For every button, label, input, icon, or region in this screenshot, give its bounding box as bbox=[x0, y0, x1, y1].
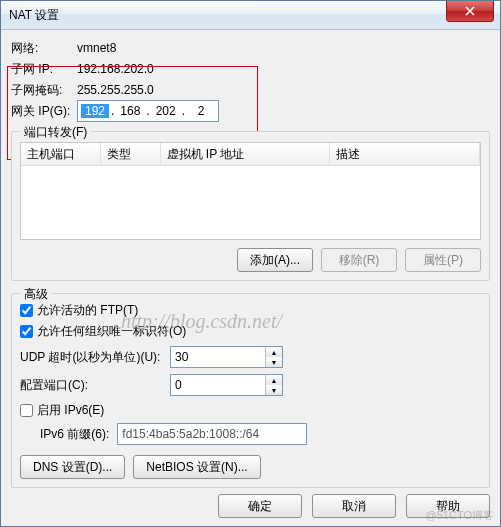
col-hostport[interactable]: 主机端口 bbox=[21, 143, 101, 165]
allow-ftp-row[interactable]: 允许活动的 FTP(T) bbox=[20, 302, 481, 319]
ipv6-enable-label: 启用 IPv6(E) bbox=[37, 402, 104, 419]
config-port-input[interactable] bbox=[171, 375, 265, 395]
gateway-label: 网关 IP(G): bbox=[11, 103, 77, 120]
port-forward-group: 端口转发(F) 主机端口 类型 虚拟机 IP 地址 描述 添加(A)... 移除… bbox=[11, 131, 490, 281]
ip-dot: . bbox=[109, 104, 116, 118]
advanced-button-row: DNS 设置(D)... NetBIOS 设置(N)... bbox=[20, 455, 481, 479]
subnet-mask-row: 子网掩码: 255.255.255.0 bbox=[11, 80, 490, 100]
spinner-arrows: ▲ ▼ bbox=[265, 347, 282, 367]
dialog-body: 网络: vmnet8 子网 IP: 192.168.202.0 子网掩码: 25… bbox=[1, 30, 500, 498]
subnet-mask-value: 255.255.255.0 bbox=[77, 83, 154, 97]
gateway-oct1[interactable] bbox=[81, 104, 109, 118]
dialog-footer: 确定 取消 帮助 bbox=[218, 494, 490, 518]
subnet-ip-label: 子网 IP: bbox=[11, 61, 77, 78]
titlebar[interactable]: NAT 设置 bbox=[1, 1, 500, 30]
spin-down-icon[interactable]: ▼ bbox=[266, 357, 282, 367]
network-row: 网络: vmnet8 bbox=[11, 38, 490, 58]
config-port-spinner[interactable]: ▲ ▼ bbox=[170, 374, 283, 396]
dns-settings-button[interactable]: DNS 设置(D)... bbox=[20, 455, 125, 479]
port-forward-table[interactable]: 主机端口 类型 虚拟机 IP 地址 描述 bbox=[20, 142, 481, 240]
spinner-arrows: ▲ ▼ bbox=[265, 375, 282, 395]
port-forward-buttons: 添加(A)... 移除(R) 属性(P) bbox=[20, 248, 481, 272]
gateway-oct2[interactable] bbox=[116, 104, 144, 118]
gateway-oct3[interactable] bbox=[152, 104, 180, 118]
ipv6-prefix-label: IPv6 前缀(6): bbox=[40, 426, 109, 443]
udp-timeout-spinner[interactable]: ▲ ▼ bbox=[170, 346, 283, 368]
config-port-row: 配置端口(C): ▲ ▼ bbox=[20, 374, 481, 396]
gateway-oct4[interactable] bbox=[187, 104, 215, 118]
col-type[interactable]: 类型 bbox=[101, 143, 161, 165]
help-button[interactable]: 帮助 bbox=[406, 494, 490, 518]
col-vmip[interactable]: 虚拟机 IP 地址 bbox=[161, 143, 331, 165]
udp-timeout-label: UDP 超时(以秒为单位)(U): bbox=[20, 349, 170, 366]
ipv6-prefix-row: IPv6 前缀(6): bbox=[40, 423, 481, 445]
allow-oui-row[interactable]: 允许任何组织唯一标识符(O) bbox=[20, 323, 481, 340]
allow-oui-label: 允许任何组织唯一标识符(O) bbox=[37, 323, 186, 340]
spin-up-icon[interactable]: ▲ bbox=[266, 375, 282, 385]
port-forward-title: 端口转发(F) bbox=[20, 124, 91, 141]
ip-dot: . bbox=[144, 104, 151, 118]
allow-ftp-checkbox[interactable] bbox=[20, 304, 33, 317]
table-header: 主机端口 类型 虚拟机 IP 地址 描述 bbox=[21, 143, 480, 166]
udp-timeout-input[interactable] bbox=[171, 347, 265, 367]
gateway-ip-input[interactable]: . . . bbox=[77, 100, 219, 122]
ipv6-prefix-input bbox=[117, 423, 307, 445]
gateway-row: 网关 IP(G): . . . bbox=[11, 101, 490, 121]
ipv6-enable-checkbox[interactable] bbox=[20, 404, 33, 417]
properties-button: 属性(P) bbox=[405, 248, 481, 272]
ip-dot: . bbox=[180, 104, 187, 118]
config-port-label: 配置端口(C): bbox=[20, 377, 170, 394]
remove-button: 移除(R) bbox=[321, 248, 397, 272]
allow-ftp-label: 允许活动的 FTP(T) bbox=[37, 302, 138, 319]
cancel-button[interactable]: 取消 bbox=[312, 494, 396, 518]
subnet-mask-label: 子网掩码: bbox=[11, 82, 77, 99]
ipv6-enable-row[interactable]: 启用 IPv6(E) bbox=[20, 402, 481, 419]
subnet-ip-value: 192.168.202.0 bbox=[77, 62, 154, 76]
window-title: NAT 设置 bbox=[9, 7, 446, 24]
network-label: 网络: bbox=[11, 40, 77, 57]
network-value: vmnet8 bbox=[77, 41, 116, 55]
ok-button[interactable]: 确定 bbox=[218, 494, 302, 518]
advanced-group: 高级 允许活动的 FTP(T) 允许任何组织唯一标识符(O) UDP 超时(以秒… bbox=[11, 293, 490, 488]
col-desc[interactable]: 描述 bbox=[330, 143, 480, 165]
spin-up-icon[interactable]: ▲ bbox=[266, 347, 282, 357]
advanced-title: 高级 bbox=[20, 286, 52, 303]
close-button[interactable] bbox=[446, 0, 494, 22]
udp-timeout-row: UDP 超时(以秒为单位)(U): ▲ ▼ bbox=[20, 346, 481, 368]
subnet-ip-row: 子网 IP: 192.168.202.0 bbox=[11, 59, 490, 79]
add-button[interactable]: 添加(A)... bbox=[237, 248, 313, 272]
allow-oui-checkbox[interactable] bbox=[20, 325, 33, 338]
netbios-settings-button[interactable]: NetBIOS 设置(N)... bbox=[133, 455, 260, 479]
close-icon bbox=[465, 6, 475, 16]
spin-down-icon[interactable]: ▼ bbox=[266, 385, 282, 395]
nat-settings-window: NAT 设置 网络: vmnet8 子网 IP: 192.168.202.0 子… bbox=[0, 0, 501, 527]
